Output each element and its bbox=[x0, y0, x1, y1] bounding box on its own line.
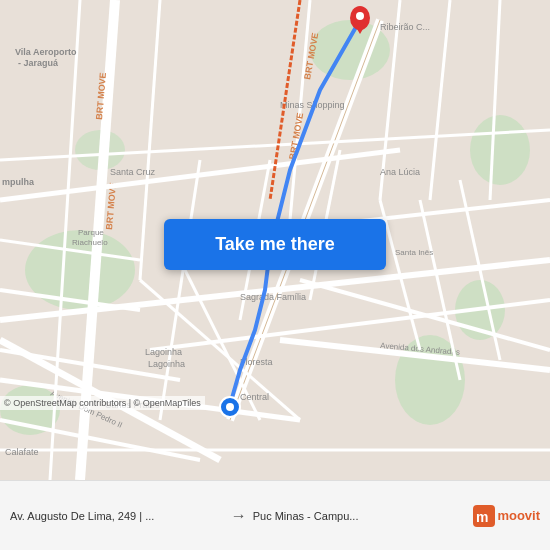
svg-text:Lagoinha: Lagoinha bbox=[145, 347, 182, 357]
map-container: BRT MOVE BRT MOVE Avenida Dom Pedro II A… bbox=[0, 0, 550, 480]
bottom-bar: Av. Augusto De Lima, 249 | ... → Puc Min… bbox=[0, 480, 550, 550]
osm-credit: © OpenStreetMap contributors | © OpenMap… bbox=[0, 396, 205, 410]
svg-text:Parque: Parque bbox=[78, 228, 104, 237]
svg-text:m: m bbox=[476, 509, 488, 525]
take-me-there-button[interactable]: Take me there bbox=[164, 219, 386, 270]
svg-text:Riachuelo: Riachuelo bbox=[72, 238, 108, 247]
route-to: Puc Minas - Campu... bbox=[253, 510, 468, 522]
moovit-logo: m moovit bbox=[473, 505, 540, 527]
svg-text:Central: Central bbox=[240, 392, 269, 402]
svg-text:Ana Lúcia: Ana Lúcia bbox=[380, 167, 420, 177]
moovit-text: moovit bbox=[497, 508, 540, 523]
route-from: Av. Augusto De Lima, 249 | ... bbox=[10, 510, 225, 522]
svg-text:Calafate: Calafate bbox=[5, 447, 39, 457]
route-arrow: → bbox=[231, 507, 247, 525]
moovit-icon: m bbox=[473, 505, 495, 527]
svg-text:mpulha: mpulha bbox=[2, 177, 35, 187]
svg-point-64 bbox=[226, 403, 234, 411]
svg-text:Lagoinha: Lagoinha bbox=[148, 359, 185, 369]
svg-text:Santa Cruz: Santa Cruz bbox=[110, 167, 156, 177]
svg-text:- Jaraguá: - Jaraguá bbox=[18, 58, 59, 68]
svg-text:Ribeirão C...: Ribeirão C... bbox=[380, 22, 430, 32]
svg-text:Vila Aeroporto: Vila Aeroporto bbox=[15, 47, 77, 57]
svg-point-6 bbox=[470, 115, 530, 185]
svg-text:Santa Inês: Santa Inês bbox=[395, 248, 433, 257]
svg-text:Sagrada Família: Sagrada Família bbox=[240, 292, 306, 302]
svg-point-67 bbox=[356, 12, 364, 20]
